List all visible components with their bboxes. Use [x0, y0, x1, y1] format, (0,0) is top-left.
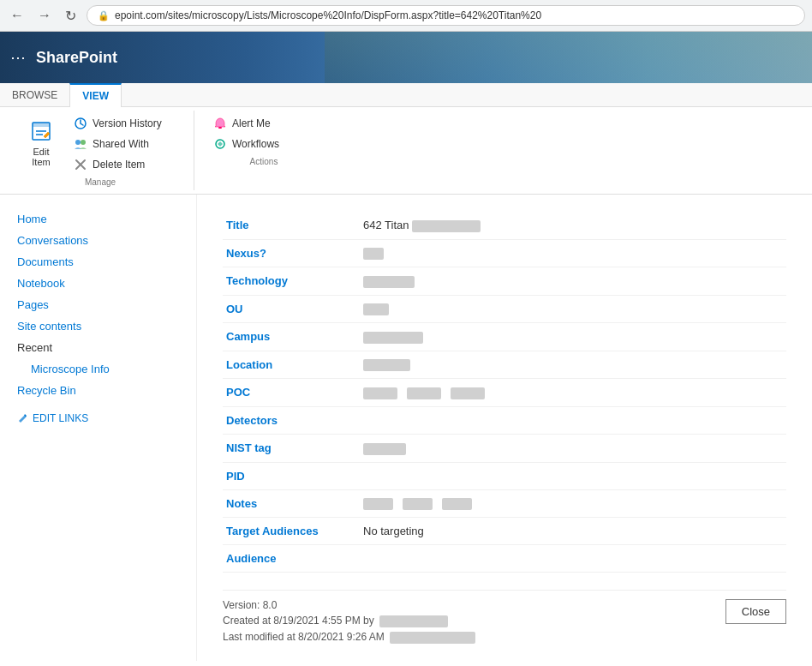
field-row-pid: PID [223, 462, 786, 489]
field-value-poc [360, 379, 786, 407]
sidebar: Home Conversations Documents Notebook Pa… [0, 195, 197, 661]
sidebar-item-microscope-info[interactable]: Microscope Info [10, 358, 186, 380]
back-button[interactable]: ← [7, 6, 27, 25]
workflows-button[interactable]: Workflows [208, 135, 319, 153]
blurred-value [363, 387, 397, 399]
actions-group-label: Actions [208, 157, 319, 166]
field-row-technology: Technology [223, 267, 786, 296]
field-label-audience: Audience [223, 545, 360, 573]
field-row-location: Location [223, 351, 786, 379]
version-history-button[interactable]: Version History [69, 114, 180, 133]
ribbon-content: EditItem Version History [0, 107, 812, 194]
ribbon: BROWSE VIEW EditItem [0, 83, 812, 195]
blurred-value [363, 443, 406, 455]
close-button[interactable]: Close [725, 599, 786, 624]
edit-links-label: EDIT LINKS [33, 412, 88, 424]
field-value-location [360, 351, 786, 379]
blurred-creator [379, 615, 448, 627]
created-text: Created at 8/19/2021 4:55 PM by [223, 615, 475, 627]
field-label-poc: POC [223, 379, 360, 407]
sharepoint-title: SharePoint [36, 49, 117, 67]
ribbon-actions-items: Alert Me Workflows [208, 114, 319, 153]
shared-with-button[interactable]: Shared With [69, 135, 180, 153]
blurred-modifier [390, 632, 475, 644]
blurred-value [363, 276, 415, 288]
field-value-nist-tag [360, 434, 786, 462]
field-row-target-audiences: Target Audiences No targeting [223, 518, 786, 545]
blurred-value [407, 387, 441, 399]
svg-rect-9 [218, 127, 222, 129]
ribbon-group-manage: EditItem Version History [7, 111, 194, 190]
field-row-audience: Audience [223, 545, 786, 573]
workflow-icon [213, 137, 227, 151]
ribbon-manage-small-items: Version History Shared With [69, 114, 180, 174]
field-row-nexus: Nexus? [223, 239, 786, 267]
field-label-nist-tag: NIST tag [223, 434, 360, 462]
field-row-campus: Campus [223, 323, 786, 351]
content-area: Title 642 Titan Nexus? Technology [197, 195, 812, 661]
field-label-notes: Notes [223, 489, 360, 518]
sidebar-item-documents[interactable]: Documents [10, 251, 186, 273]
blurred-value [363, 332, 423, 344]
sidebar-item-pages[interactable]: Pages [10, 294, 186, 315]
sidebar-recent-header: Recent [10, 337, 186, 358]
sharepoint-header: ⋯ SharePoint [0, 32, 812, 83]
forward-button[interactable]: → [34, 6, 55, 25]
main-layout: Home Conversations Documents Notebook Pa… [0, 195, 812, 661]
ribbon-tab-bar: BROWSE VIEW [0, 83, 812, 107]
blurred-value [363, 248, 384, 260]
edit-links-button[interactable]: EDIT LINKS [10, 408, 186, 429]
field-label-title: Title [223, 212, 360, 239]
alert-me-label: Alert Me [232, 117, 271, 129]
delete-item-button[interactable]: Delete Item [69, 155, 180, 174]
sidebar-item-notebook[interactable]: Notebook [10, 273, 186, 294]
field-value-technology [360, 267, 786, 296]
shared-with-label: Shared With [93, 138, 149, 150]
field-value-detectors [360, 406, 786, 434]
sidebar-item-home[interactable]: Home [10, 208, 186, 230]
version-text: Version: 8.0 [223, 599, 475, 611]
field-label-nexus: Nexus? [223, 239, 360, 267]
blurred-value [363, 498, 393, 510]
edit-icon [27, 117, 55, 145]
field-value-audience [360, 545, 786, 573]
blurred-value [363, 303, 389, 315]
manage-group-label: Manage [21, 177, 180, 187]
field-value-notes [360, 489, 786, 518]
tab-view[interactable]: VIEW [69, 83, 122, 107]
field-value-ou [360, 295, 786, 323]
field-value-pid [360, 462, 786, 489]
blurred-value [442, 498, 472, 510]
form-footer: Version: 8.0 Created at 8/19/2021 4:55 P… [223, 590, 786, 644]
form-table: Title 642 Titan Nexus? Technology [223, 212, 786, 573]
workflows-label: Workflows [232, 138, 279, 150]
app-launcher-button[interactable]: ⋯ [10, 48, 26, 67]
field-label-ou: OU [223, 295, 360, 323]
refresh-button[interactable]: ↻ [62, 6, 80, 26]
field-row-nist-tag: NIST tag [223, 434, 786, 462]
sidebar-item-site-contents[interactable]: Site contents [10, 315, 186, 337]
field-row-poc: POC [223, 379, 786, 407]
footer-info: Version: 8.0 Created at 8/19/2021 4:55 P… [223, 599, 475, 644]
field-label-campus: Campus [223, 323, 360, 351]
url-text: epoint.com/sites/microscopy/Lists/Micros… [115, 9, 541, 21]
ribbon-group-actions: Alert Me Workflows Actions [194, 111, 333, 170]
tab-browse[interactable]: BROWSE [0, 83, 69, 106]
field-row-ou: OU [223, 295, 786, 323]
svg-point-5 [75, 140, 81, 145]
version-icon [74, 117, 87, 130]
sidebar-item-conversations[interactable]: Conversations [10, 230, 186, 251]
edit-item-button[interactable]: EditItem [21, 114, 62, 171]
pencil-icon [17, 413, 27, 423]
field-value-target-audiences: No targeting [360, 518, 786, 545]
url-bar[interactable]: 🔒 epoint.com/sites/microscopy/Lists/Micr… [87, 5, 805, 26]
delete-icon [74, 158, 87, 171]
field-label-technology: Technology [223, 267, 360, 296]
sidebar-item-recycle-bin[interactable]: Recycle Bin [10, 380, 186, 401]
svg-point-6 [81, 140, 86, 145]
modified-text: Last modified at 8/20/2021 9:26 AM [223, 631, 475, 644]
footer-row: Version: 8.0 Created at 8/19/2021 4:55 P… [223, 599, 786, 644]
field-row-notes: Notes [223, 489, 786, 518]
alert-me-button[interactable]: Alert Me [208, 114, 319, 133]
browser-chrome: ← → ↻ 🔒 epoint.com/sites/microscopy/List… [0, 0, 812, 32]
